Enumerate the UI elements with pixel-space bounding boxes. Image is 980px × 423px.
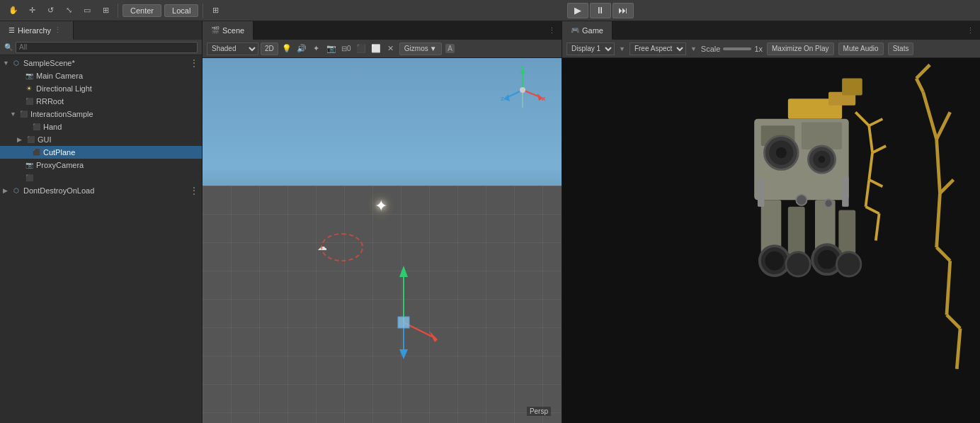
sun-gizmo: ✦ [375, 197, 387, 215]
persp-label: Persp [527, 407, 551, 416]
hierarchy-item-hand[interactable]: ⬛ Hand [0, 120, 202, 133]
svg-text:X: X [542, 96, 546, 102]
top-toolbar: ✋ ✛ ↺ ⤡ ▭ ⊞ Center Local ⊞ ▶ ⏸ ⏭ [0, 0, 980, 21]
cube-icon: ⬛ [24, 173, 34, 183]
svg-rect-51 [842, 176, 849, 207]
item-label: Directional Light [36, 84, 92, 93]
2d-button[interactable]: 2D [261, 43, 278, 55]
layers-icon[interactable]: ⬛ [355, 43, 368, 55]
center-button[interactable]: Center [122, 4, 161, 17]
item-label: GUI [38, 135, 52, 144]
move-tool[interactable]: ✛ [24, 3, 40, 18]
item-label: SampleScene* [23, 59, 75, 67]
scale-value: 1x [754, 45, 763, 53]
scene-panel: 🎬 Scene ⋮ Shaded Wireframe 2D 💡 🔊 ✦ 📷 [203, 21, 562, 423]
item-menu-icon[interactable]: ⋮ [189, 57, 199, 69]
scale-tool[interactable]: ⤡ [61, 3, 76, 18]
svg-marker-12 [399, 266, 408, 277]
hierarchy-tab[interactable]: ☰ Hierarchy ⋮ [0, 21, 74, 40]
svg-point-46 [786, 252, 810, 276]
play-button[interactable]: ▶ [567, 3, 588, 18]
hierarchy-item-empty[interactable]: ⬛ [0, 171, 202, 184]
mute-button[interactable]: Mute Audio [838, 43, 884, 55]
svg-point-48 [818, 250, 837, 269]
svg-text:Y: Y [520, 65, 525, 71]
cube-icon: ⬛ [24, 96, 34, 106]
svg-point-27 [776, 147, 787, 158]
gizmo-compass: Y X Z [498, 65, 547, 115]
camera-icon[interactable]: 📷 [325, 43, 338, 55]
stats-button[interactable]: Stats [888, 43, 914, 55]
hierarchy-item-proxycamera[interactable]: 📷 ProxyCamera [0, 159, 202, 171]
transform-tool[interactable]: ⊞ [98, 3, 113, 18]
grid-tool[interactable]: ⊞ [207, 3, 223, 18]
hierarchy-search-bar: 🔍 [0, 40, 202, 55]
arrow-icon: ▶ [3, 187, 11, 194]
scale-slider[interactable] [723, 47, 751, 50]
item-label: Main Camera [36, 72, 83, 80]
game-panel: 🎮 Game ⋮ Display 1 Display 2 ▼ Free Aspe… [562, 21, 980, 423]
display-dropdown[interactable]: Display 1 Display 2 [566, 43, 615, 55]
hierarchy-item-cutplane[interactable]: ⬛ CutPlane [0, 146, 202, 159]
layers-3-icon[interactable]: ✕ [384, 43, 397, 55]
light-icon[interactable]: 💡 [280, 43, 293, 55]
game-tab[interactable]: 🎮 Game [562, 21, 612, 40]
step-button[interactable]: ⏭ [612, 3, 634, 18]
aspect-dropdown[interactable]: Free Aspect 16:9 4:3 [629, 43, 686, 55]
hierarchy-tab-menu[interactable]: ⋮ [54, 26, 64, 35]
item-label: DontDestroyOnLoad [23, 186, 94, 195]
shading-dropdown[interactable]: Shaded Wireframe [207, 43, 258, 55]
maximize-button[interactable]: Maximize On Play [767, 43, 834, 55]
playback-controls: ▶ ⏸ ⏭ [567, 3, 634, 18]
hierarchy-item-interactionsample[interactable]: ▼ ⬛ InteractionSample [0, 108, 202, 120]
gizmos-label: Gizmos [404, 45, 428, 52]
scene-viewport[interactable]: Y X Z ✦ ☁ [203, 58, 562, 423]
svg-point-53 [824, 199, 832, 207]
hand-tool[interactable]: ✋ [6, 3, 21, 18]
hierarchy-item-directionallight[interactable]: ☀ Directional Light [0, 82, 202, 95]
pause-button[interactable]: ⏸ [590, 3, 611, 18]
scene-tab-menu[interactable]: ⋮ [542, 21, 562, 40]
item-label: ProxyCamera [36, 161, 84, 169]
svg-rect-50 [758, 180, 765, 207]
hierarchy-item-gui[interactable]: ▶ ⬛ GUI [0, 133, 202, 146]
audio-icon[interactable]: 🔊 [295, 43, 308, 55]
separator-1 [118, 4, 118, 18]
hierarchy-item-dontdestroy[interactable]: ▶ ⬡ DontDestroyOnLoad ⋮ [0, 184, 202, 197]
local-button[interactable]: Local [164, 4, 198, 17]
camera-icon: 📷 [24, 71, 34, 81]
hierarchy-item-maincamera[interactable]: 📷 Main Camera [0, 69, 202, 82]
hierarchy-item-rrroot[interactable]: ⬛ RRRoot [0, 95, 202, 108]
hierarchy-search-input[interactable] [16, 42, 198, 53]
hierarchy-panel: ☰ Hierarchy ⋮ 🔍 ▼ ⬡ SampleScene* ⋮ 📷 Mai… [0, 21, 203, 423]
effects-icon[interactable]: ✦ [310, 43, 323, 55]
light-icon: ☀ [24, 84, 34, 94]
svg-marker-16 [399, 349, 408, 359]
scene-tab-icon: 🎬 [211, 26, 220, 34]
game-tab-menu[interactable]: ⋮ [961, 21, 980, 40]
game-tab-header: 🎮 Game ⋮ [562, 21, 980, 40]
scene-icon: ⬡ [11, 186, 21, 196]
search-label-icon[interactable]: A [444, 43, 457, 55]
item-menu-icon[interactable]: ⋮ [189, 185, 199, 196]
arrow-icon: ▼ [3, 60, 11, 67]
cube-icon: ⬛ [31, 147, 41, 157]
editor-area: 🎬 Scene ⋮ Shaded Wireframe 2D 💡 🔊 ✦ 📷 [203, 21, 980, 423]
svg-point-7 [520, 87, 525, 93]
scene-icon: ⬡ [11, 58, 21, 68]
game-viewport[interactable] [562, 58, 980, 423]
game-toolbar: Display 1 Display 2 ▼ Free Aspect 16:9 4… [562, 40, 980, 58]
separator-2 [203, 4, 203, 18]
layers-2-icon[interactable]: ⬜ [370, 43, 382, 55]
hierarchy-item-samplescene[interactable]: ▼ ⬡ SampleScene* ⋮ [0, 57, 202, 69]
scale-control: Scale 1x [701, 45, 763, 53]
grid-count-icon[interactable]: ⊟0 [340, 43, 353, 55]
rotate-tool[interactable]: ↺ [42, 3, 58, 18]
hierarchy-tab-header: ☰ Hierarchy ⋮ [0, 21, 202, 40]
scene-tab[interactable]: 🎬 Scene [203, 21, 253, 40]
gizmos-button[interactable]: Gizmos ▼ [399, 43, 442, 55]
panels-row: 🎬 Scene ⋮ Shaded Wireframe 2D 💡 🔊 ✦ 📷 [203, 21, 980, 423]
main-content: ☰ Hierarchy ⋮ 🔍 ▼ ⬡ SampleScene* ⋮ 📷 Mai… [0, 21, 980, 423]
rect-tool[interactable]: ▭ [79, 3, 95, 18]
svg-point-30 [819, 156, 826, 163]
